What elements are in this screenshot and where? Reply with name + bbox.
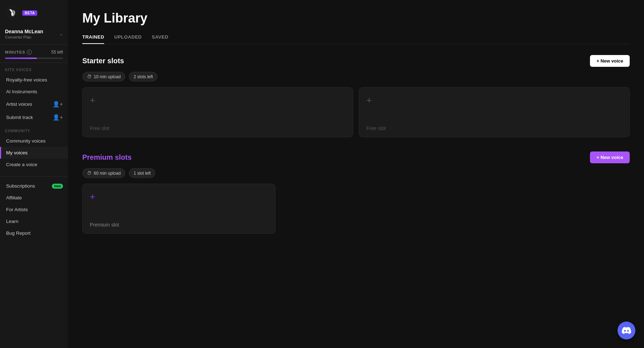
premium-slots-meta: ⏱ 60 min upload 1 slot left: [82, 168, 630, 178]
sidebar-item-affiliate[interactable]: Affiliate: [0, 192, 68, 204]
main-content: My Library TRAINED UPLOADED SAVED Starte…: [68, 0, 644, 348]
sidebar-item-ai-instruments[interactable]: AI Instruments: [0, 86, 68, 98]
logo-area: BETA: [0, 0, 68, 26]
minutes-left: 55 left: [51, 50, 63, 55]
discord-fab[interactable]: [618, 322, 635, 339]
user-area[interactable]: Deanna McLean Converter Plan ⌄: [0, 26, 68, 45]
premium-slots-left-badge: 1 slot left: [129, 168, 155, 178]
minutes-bar-fill: [5, 58, 37, 59]
minutes-bar-bg: [5, 58, 63, 59]
premium-slots-header: Premium slots + New voice: [82, 151, 630, 163]
starter-new-voice-button[interactable]: + New voice: [590, 55, 630, 67]
user-name: Deanna McLean: [5, 29, 43, 34]
user-row[interactable]: Deanna McLean Converter Plan ⌄: [5, 29, 63, 39]
kits-logo-icon: [5, 6, 19, 20]
tab-saved[interactable]: SAVED: [152, 34, 168, 44]
premium-slot-card-1[interactable]: + Premium slot: [82, 184, 275, 234]
premium-slots-grid: + Premium slot: [82, 184, 275, 234]
chevron-down-icon: ⌄: [59, 31, 63, 36]
logo-wrapper: BETA: [5, 6, 37, 20]
sidebar-item-for-artists[interactable]: For Artists: [0, 204, 68, 215]
clock-icon-premium: ⏱: [87, 170, 92, 176]
user-plan: Converter Plan: [5, 35, 43, 39]
sidebar-item-subscriptions[interactable]: Subscriptions New: [0, 180, 68, 192]
page-title: My Library: [82, 11, 630, 26]
premium-slot-label: Premium slot: [90, 222, 119, 228]
tab-trained[interactable]: TRAINED: [82, 34, 104, 44]
sidebar-item-my-voices[interactable]: My voices: [0, 147, 68, 159]
starter-slots-title: Starter slots: [82, 57, 124, 65]
sidebar: BETA Deanna McLean Converter Plan ⌄ MINU…: [0, 0, 68, 348]
minutes-header: MINUTES i 55 left: [5, 50, 63, 55]
starter-slots-left-badge: 2 slots left: [129, 72, 157, 81]
user-info: Deanna McLean Converter Plan: [5, 29, 43, 39]
tabs: TRAINED UPLOADED SAVED: [82, 34, 630, 44]
slot-plus-icon-1: +: [90, 95, 95, 106]
premium-new-voice-button[interactable]: + New voice: [590, 151, 630, 163]
community-section-label: COMMUNITY: [0, 124, 68, 135]
sidebar-item-learn[interactable]: Learn: [0, 215, 68, 227]
sidebar-item-bug-report[interactable]: Bug Report: [0, 227, 68, 239]
sidebar-item-royalty-free[interactable]: Royalty-free voices: [0, 74, 68, 86]
starter-slot-card-2[interactable]: + Free slot: [359, 87, 630, 137]
tab-uploaded[interactable]: UPLOADED: [114, 34, 142, 44]
starter-upload-badge: ⏱ 10 min upload: [82, 72, 125, 81]
slot-plus-icon-2: +: [366, 95, 372, 106]
starter-slots-meta: ⏱ 10 min upload 2 slots left: [82, 72, 630, 81]
slot-label-1: Free slot: [90, 125, 109, 131]
info-icon: i: [27, 50, 32, 55]
sidebar-item-artist-voices[interactable]: Artist voices 👤+: [0, 98, 68, 111]
premium-upload-badge: ⏱ 60 min upload: [82, 168, 125, 178]
add-user-submit-icon: 👤+: [53, 114, 63, 121]
add-user-icon: 👤+: [53, 101, 63, 108]
sidebar-item-create-voice[interactable]: Create a voice: [0, 159, 68, 170]
starter-slots-section: Starter slots + New voice ⏱ 10 min uploa…: [82, 55, 630, 137]
premium-slots-title: Premium slots: [82, 153, 132, 161]
clock-icon: ⏱: [87, 74, 92, 79]
minutes-label: MINUTES i: [5, 50, 32, 55]
sidebar-item-submit-track[interactable]: Submit track 👤+: [0, 111, 68, 124]
starter-slots-grid: + Free slot + Free slot: [82, 87, 630, 137]
starter-slot-card-1[interactable]: + Free slot: [82, 87, 353, 137]
premium-slot-plus-icon: +: [90, 191, 95, 202]
slot-label-2: Free slot: [366, 125, 386, 131]
new-badge: New: [52, 184, 63, 189]
premium-slots-section: Premium slots + New voice ⏱ 60 min uploa…: [82, 151, 630, 234]
kits-section-label: KITS VOICES: [0, 63, 68, 74]
starter-slots-header: Starter slots + New voice: [82, 55, 630, 67]
sidebar-item-community-voices[interactable]: Community voices: [0, 135, 68, 147]
minutes-section: MINUTES i 55 left: [0, 45, 68, 63]
discord-icon: [622, 326, 631, 335]
beta-badge: BETA: [22, 10, 37, 16]
